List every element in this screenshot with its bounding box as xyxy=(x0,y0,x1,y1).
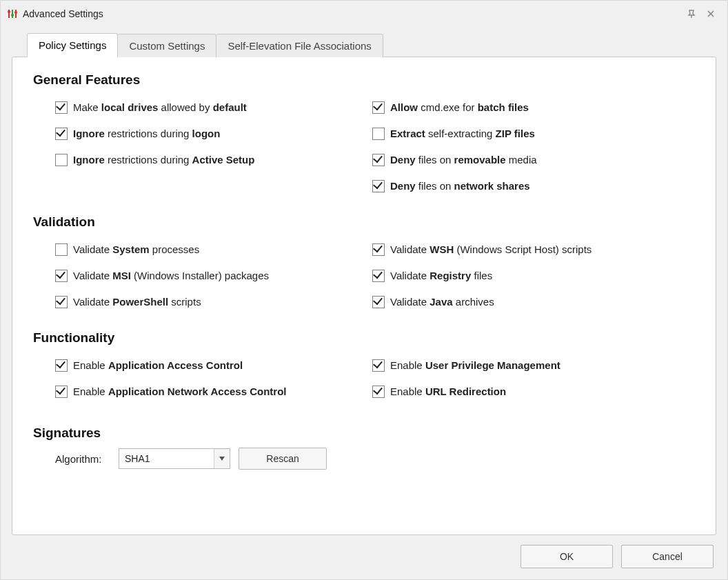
checkbox-option[interactable]: Validate WSH (Windows Script Host) scrip… xyxy=(372,239,695,260)
section-title: Functionality xyxy=(33,330,695,346)
checkbox-option[interactable]: Extract self-extracting ZIP files xyxy=(372,123,695,144)
checkbox-label: Enable URL Redirection xyxy=(390,384,506,399)
tabstrip: Policy Settings Custom Settings Self-Ele… xyxy=(12,32,716,57)
checkbox-option[interactable]: Make local drives allowed by default xyxy=(55,97,350,118)
checkbox[interactable] xyxy=(55,154,68,166)
tab-self-elevation[interactable]: Self-Elevation File Associations xyxy=(216,34,383,57)
checkbox-label: Enable User Privilege Management xyxy=(390,358,560,373)
checkbox[interactable] xyxy=(55,128,68,140)
tab-policy-settings[interactable]: Policy Settings xyxy=(27,33,118,57)
validation-left-col: Validate System processesValidate MSI (W… xyxy=(33,237,350,315)
checkbox-option[interactable]: Enable Application Network Access Contro… xyxy=(55,381,350,402)
checkbox-label: Validate WSH (Windows Script Host) scrip… xyxy=(390,242,592,257)
checkbox-label: Allow cmd.exe for batch files xyxy=(390,100,529,115)
advanced-settings-window: Advanced Settings Policy Settings Custom… xyxy=(0,0,728,580)
titlebar: Advanced Settings xyxy=(1,1,727,26)
functionality-left-col: Enable Application Access ControlEnable … xyxy=(33,352,350,405)
checkbox[interactable] xyxy=(55,243,68,256)
checkbox-label: Deny files on removable media xyxy=(390,152,537,168)
checkbox-label: Deny files on network shares xyxy=(390,179,530,194)
checkbox-label: Enable Application Network Access Contro… xyxy=(73,384,287,399)
checkbox-option[interactable]: Validate PowerShell scripts xyxy=(55,292,350,312)
checkbox-option[interactable]: Enable User Privilege Management xyxy=(372,355,695,376)
checkbox-option[interactable]: Allow cmd.exe for batch files xyxy=(372,97,695,118)
checkbox-option[interactable]: Validate Java archives xyxy=(372,292,695,312)
dialog-footer: OK Cancel xyxy=(12,535,716,568)
tabpanel-policy-settings: General Features Make local drives allow… xyxy=(12,57,716,535)
checkbox-option[interactable]: Enable URL Redirection xyxy=(372,381,695,402)
section-title: General Features xyxy=(33,72,695,88)
checkbox[interactable] xyxy=(372,386,385,398)
algorithm-label: Algorithm: xyxy=(55,453,110,465)
svg-point-4 xyxy=(11,14,14,17)
window-title: Advanced Settings xyxy=(23,8,103,19)
svg-marker-7 xyxy=(219,457,225,461)
section-title: Validation xyxy=(33,214,695,230)
checkbox-option[interactable]: Ignore restrictions during logon xyxy=(55,123,350,144)
checkbox-label: Make local drives allowed by default xyxy=(73,100,247,115)
checkbox-label: Ignore restrictions during Active Setup xyxy=(73,152,254,168)
validation-right-col: Validate WSH (Windows Script Host) scrip… xyxy=(350,237,695,315)
tab-label: Self-Elevation File Associations xyxy=(228,40,371,52)
checkbox-option[interactable]: Enable Application Access Control xyxy=(55,355,350,376)
checkbox[interactable] xyxy=(55,359,68,372)
client-area: Policy Settings Custom Settings Self-Ele… xyxy=(1,26,727,579)
close-icon[interactable] xyxy=(701,6,720,21)
checkbox-option[interactable]: Validate MSI (Windows Installer) package… xyxy=(55,266,350,286)
tab-custom-settings[interactable]: Custom Settings xyxy=(118,34,216,57)
checkbox[interactable] xyxy=(55,101,68,114)
checkbox-label: Validate System processes xyxy=(73,242,199,257)
checkbox-label: Validate PowerShell scripts xyxy=(73,294,201,310)
checkbox[interactable] xyxy=(372,359,385,372)
ok-button[interactable]: OK xyxy=(520,545,613,568)
checkbox-option[interactable]: Deny files on network shares xyxy=(372,176,695,197)
section-functionality: Functionality Enable Application Access … xyxy=(33,330,695,405)
tab-label: Policy Settings xyxy=(39,39,106,51)
general-left-col: Make local drives allowed by defaultIgno… xyxy=(33,94,350,199)
checkbox-label: Validate MSI (Windows Installer) package… xyxy=(73,268,269,283)
rescan-button[interactable]: Rescan xyxy=(239,448,327,470)
checkbox-option[interactable]: Deny files on removable media xyxy=(372,150,695,170)
checkbox-label: Extract self-extracting ZIP files xyxy=(390,126,535,141)
checkbox[interactable] xyxy=(372,180,385,192)
cancel-button[interactable]: Cancel xyxy=(621,545,714,568)
section-validation: Validation Validate System processesVali… xyxy=(33,214,695,315)
checkbox-option[interactable]: Validate Registry files xyxy=(372,266,695,286)
button-label: Rescan xyxy=(266,453,299,464)
checkbox-label: Validate Registry files xyxy=(390,268,492,283)
checkbox[interactable] xyxy=(372,128,385,140)
checkbox[interactable] xyxy=(372,296,385,308)
functionality-right-col: Enable User Privilege ManagementEnable U… xyxy=(350,352,695,405)
button-label: OK xyxy=(560,551,574,562)
svg-point-5 xyxy=(14,11,17,14)
checkbox-option[interactable]: Ignore restrictions during Active Setup xyxy=(55,150,350,170)
section-signatures: Signatures Algorithm: SHA1 Rescan xyxy=(33,426,695,470)
algorithm-value: SHA1 xyxy=(119,453,214,464)
checkbox-label: Enable Application Access Control xyxy=(73,358,243,373)
chevron-down-icon xyxy=(214,449,230,468)
checkbox-option[interactable]: Validate System processes xyxy=(55,239,350,260)
svg-point-3 xyxy=(8,10,10,13)
checkbox[interactable] xyxy=(55,296,68,308)
checkbox-label: Ignore restrictions during logon xyxy=(73,126,220,141)
tab-label: Custom Settings xyxy=(129,40,205,52)
checkbox-label: Validate Java archives xyxy=(390,294,494,310)
section-title: Signatures xyxy=(33,426,695,441)
general-right-col: Allow cmd.exe for batch filesExtract sel… xyxy=(350,94,695,199)
checkbox[interactable] xyxy=(372,243,385,256)
checkbox[interactable] xyxy=(55,270,68,282)
button-label: Cancel xyxy=(652,551,682,562)
pin-icon[interactable] xyxy=(682,6,701,21)
checkbox[interactable] xyxy=(55,386,68,398)
section-general-features: General Features Make local drives allow… xyxy=(33,72,695,199)
app-icon xyxy=(6,8,19,20)
checkbox[interactable] xyxy=(372,101,385,114)
algorithm-dropdown[interactable]: SHA1 xyxy=(119,448,230,469)
checkbox[interactable] xyxy=(372,270,385,282)
checkbox[interactable] xyxy=(372,154,385,166)
